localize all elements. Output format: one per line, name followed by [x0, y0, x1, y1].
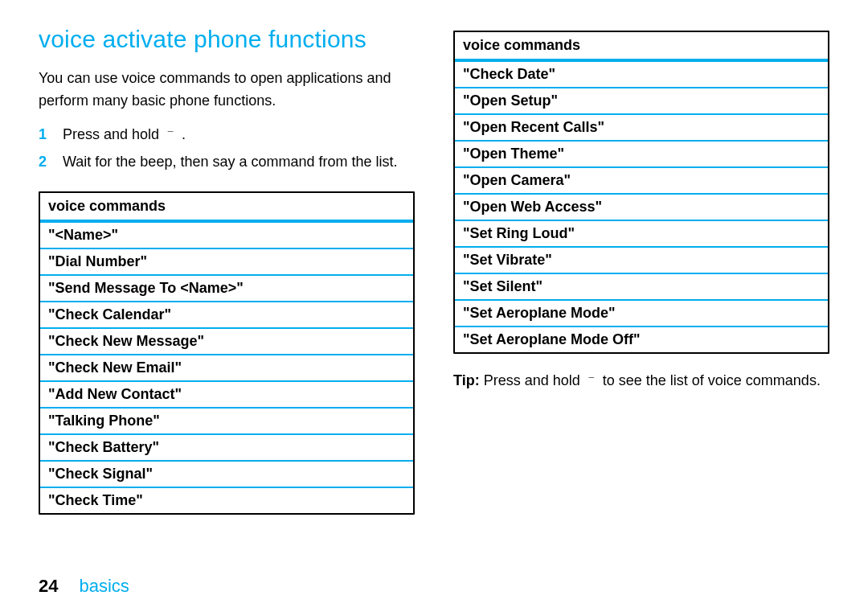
table-row: "Open Recent Calls": [455, 115, 828, 142]
voice-commands-table-2: voice commands "Check Date" "Open Setup"…: [453, 31, 829, 354]
table-row: "Check New Email": [40, 355, 413, 382]
table-row: "Dial Number": [40, 249, 413, 276]
voice-commands-table-1: voice commands "<Name>" "Dial Number" "S…: [39, 191, 415, 515]
table-row: "<Name>": [40, 223, 413, 249]
tip-paragraph: Tip: Press and hold ¯ to see the list of…: [453, 370, 829, 392]
intro-paragraph: You can use voice commands to open appli…: [39, 68, 415, 113]
hold-key-icon: ¯: [584, 378, 599, 389]
step-1: 1 Press and hold ¯ .: [39, 124, 415, 146]
page-footer: 24 basics: [39, 576, 129, 597]
table-row: "Open Setup": [455, 88, 828, 115]
table-row: "Set Aeroplane Mode": [455, 301, 828, 327]
page-number: 24: [39, 576, 58, 597]
table-row: "Set Vibrate": [455, 248, 828, 274]
page-title: voice activate phone functions: [39, 26, 415, 53]
table-header: voice commands: [455, 32, 828, 62]
steps-list: 1 Press and hold ¯ . 2 Wait for the beep…: [39, 124, 415, 174]
table-row: "Check Signal": [40, 462, 413, 488]
step-number: 2: [39, 151, 53, 174]
table-row: "Set Silent": [455, 274, 828, 301]
step-2: 2 Wait for the beep, then say a command …: [39, 151, 415, 174]
step-text: Press and hold ¯ .: [63, 124, 186, 146]
table-row: "Check New Message": [40, 329, 413, 355]
tip-label: Tip:: [453, 372, 480, 388]
table-row: "Talking Phone": [40, 409, 413, 435]
table-row: "Check Time": [40, 488, 413, 513]
step-number: 1: [39, 124, 53, 146]
table-row: "Open Theme": [455, 142, 828, 168]
section-name: basics: [79, 576, 129, 597]
hold-key-icon: ¯: [163, 132, 178, 143]
table-row: "Add New Contact": [40, 382, 413, 409]
table-row: "Send Message To <Name>": [40, 276, 413, 302]
table-row: "Set Ring Loud": [455, 221, 828, 248]
table-row: "Set Aeroplane Mode Off": [455, 327, 828, 352]
table-row: "Check Date": [455, 62, 828, 88]
step-text: Wait for the beep, then say a command fr…: [63, 151, 398, 174]
table-row: "Check Calendar": [40, 302, 413, 329]
table-row: "Open Camera": [455, 168, 828, 195]
table-row: "Open Web Access": [455, 195, 828, 221]
table-header: voice commands: [40, 193, 413, 223]
table-row: "Check Battery": [40, 435, 413, 462]
